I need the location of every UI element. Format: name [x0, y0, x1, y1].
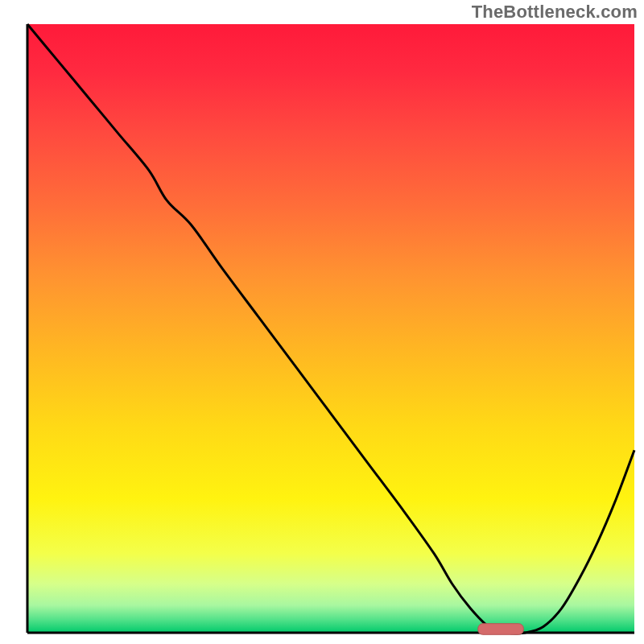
- bottleneck-chart: [0, 0, 644, 644]
- optimal-marker: [478, 624, 524, 635]
- gradient-background: [27, 24, 634, 633]
